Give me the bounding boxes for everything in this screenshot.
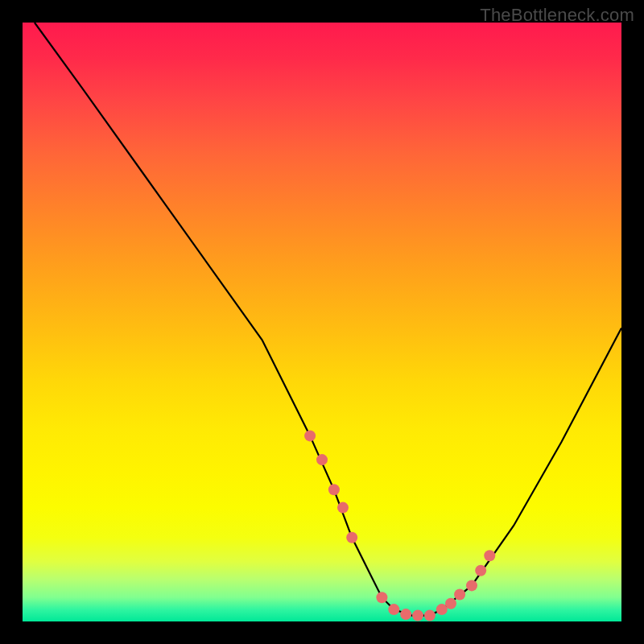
highlight-dot xyxy=(484,550,495,561)
highlight-dot xyxy=(466,580,477,591)
highlight-dot xyxy=(316,454,328,465)
highlight-dot xyxy=(346,532,357,543)
chart-svg xyxy=(23,23,621,621)
highlight-dots xyxy=(304,430,495,621)
highlight-dot xyxy=(412,610,423,621)
highlight-dot xyxy=(376,592,387,603)
highlight-dot xyxy=(337,502,349,514)
highlight-dot xyxy=(475,565,486,576)
highlight-dot xyxy=(304,430,316,441)
bottleneck-curve xyxy=(35,23,621,616)
highlight-dot xyxy=(454,589,465,601)
watermark-text: TheBottleneck.com xyxy=(480,5,634,26)
highlight-dot xyxy=(400,609,411,620)
highlight-dot xyxy=(388,604,399,615)
highlight-dot xyxy=(445,598,456,609)
highlight-dot xyxy=(424,610,436,621)
highlight-dot xyxy=(328,484,340,495)
plot-area xyxy=(23,23,621,621)
